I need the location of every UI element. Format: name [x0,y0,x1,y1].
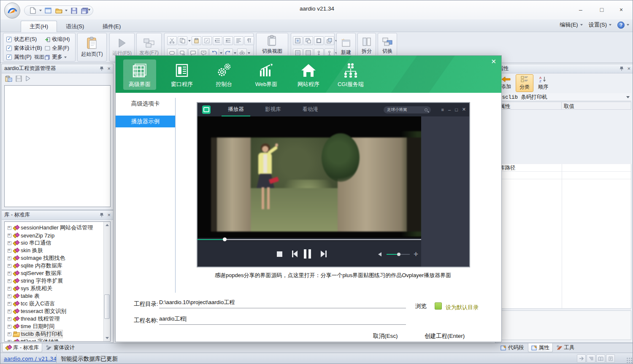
layout-icon[interactable] [303,36,313,45]
maximize-button[interactable]: □ [595,5,608,15]
control-icon[interactable] [293,36,303,45]
pause-icon[interactable] [304,249,313,259]
scrollbar-thumb[interactable] [104,294,110,319]
list-item[interactable]: sqlite 内存数据库 [5,262,110,270]
list-item[interactable]: sevenZip 7zip [5,232,110,239]
expander-plus-icon[interactable] [8,325,11,329]
tab-properties[interactable]: 属性 [528,343,553,352]
list-item[interactable]: sio 串口通信 [5,239,110,247]
tab-tools[interactable]: 工具 [554,343,578,352]
tab-plugins[interactable]: 插件(E) [94,21,129,32]
menu-edit[interactable]: 编辑(E) [560,21,582,29]
list-item[interactable]: sqlServer 数据库 [5,270,110,277]
document-icon[interactable] [606,354,615,363]
resize-grip[interactable] [627,358,633,364]
classify-button[interactable]: 分类 [516,74,533,92]
pin-icon[interactable] [100,66,104,71]
paste-icon[interactable] [192,36,201,45]
minimize-button[interactable]: – [574,5,587,15]
form-design-checkbox[interactable]: 窗体设计(B) [6,44,42,53]
fullscreen-button[interactable]: 全屏(F) [45,44,70,53]
start-page-button[interactable]: 起始页(T) [77,33,107,62]
type-window-app[interactable]: 窗口程序 [165,59,198,90]
seek-bar[interactable] [197,238,421,241]
list-item[interactable]: tesseract 图文识别 [5,307,110,315]
previous-icon[interactable] [293,251,298,257]
volume-icon[interactable] [378,252,381,256]
expander-plus-icon[interactable] [8,340,11,342]
outline-icon[interactable] [587,354,595,363]
tab-home[interactable]: 主页(H) [21,21,57,32]
expander-plus-icon[interactable] [8,310,11,313]
cancel-button[interactable]: 取消(Esc) [373,332,398,340]
project-tree-empty[interactable] [4,85,111,207]
panel-close-icon[interactable]: × [107,65,111,72]
cut-icon[interactable] [167,36,177,45]
vertical-scrollbar[interactable] [103,222,110,341]
list-item[interactable]: ttf2eot 字体转换 [5,338,110,342]
player-close-icon[interactable]: ✕ [462,107,466,112]
statusbar-checkbox[interactable]: 状态栏(S) [6,35,42,44]
player-tab-player[interactable]: 播放器 [217,103,254,116]
player-tab-library[interactable]: 影视库 [254,103,292,116]
expander-plus-icon[interactable] [8,264,11,268]
import-icon[interactable] [5,75,12,82]
list-item[interactable]: sessionHandler 网站会话管理 [5,224,110,232]
list-item[interactable]: soImage 找图找色 [5,254,110,262]
expander-plus-icon[interactable] [8,256,11,260]
invisibles-icon[interactable] [244,36,254,45]
set-default-checkbox[interactable] [435,302,442,310]
volume-thumb[interactable] [397,253,400,256]
aardio-site-link[interactable]: aardio.com / v21.34 [4,356,57,362]
expander-plus-icon[interactable] [8,287,11,291]
expander-plus-icon[interactable] [8,317,11,321]
type-cgi-server[interactable]: CGI服务端 [334,59,367,90]
order-button[interactable]: AZ 顺序 [534,74,552,92]
type-website-app[interactable]: 网站程序 [292,59,325,90]
next-icon[interactable] [321,251,325,257]
scroll-down-icon[interactable] [105,336,109,340]
tab-syntax[interactable]: 语法(S) [57,21,92,32]
stop-icon[interactable] [277,251,282,257]
panel-close-icon[interactable]: × [107,212,111,218]
player-search-box[interactable]: 足球小将翼 [384,106,431,113]
scroll-up-icon[interactable] [105,223,109,227]
list-item[interactable]: thread 线程管理 [5,315,110,323]
player-minimize-icon[interactable]: – [448,107,451,112]
project-dir-input[interactable]: D:\aardio.10\project\aardio工程 [159,299,406,308]
align-icon[interactable] [234,36,243,45]
expander-plus-icon[interactable] [8,302,11,306]
pin-icon[interactable] [100,213,104,218]
tab-form-designer[interactable]: 窗体设计 [43,343,78,352]
expander-plus-icon[interactable] [8,332,11,336]
property-row[interactable]: 库路径 [498,164,631,172]
list-item[interactable]: time 日期时间 [5,323,110,330]
tab-snippets[interactable]: 代码段 [498,343,527,352]
run-icon[interactable] [25,75,30,81]
type-console[interactable]: 控制台 [208,59,241,90]
close-button[interactable]: × [615,5,628,15]
column-header-value[interactable]: 取值 [562,102,576,109]
indent-icon[interactable] [213,36,222,45]
fullscreen-icon[interactable]: ✛ [414,251,419,257]
goto-icon[interactable] [577,354,586,363]
tab-library[interactable]: 库 - 标准库 [2,343,42,352]
seek-thumb[interactable] [223,237,227,241]
type-web-ui[interactable]: Web界面 [250,59,283,90]
format-icon[interactable] [202,36,212,45]
expander-plus-icon[interactable] [8,226,11,230]
outdent-icon[interactable] [223,36,233,45]
menu-settings[interactable]: 设置(S) [589,21,611,29]
create-project-button[interactable]: 创建工程(Enter) [425,332,465,340]
help-button[interactable]: ? [617,22,629,29]
library-selector-dropdown[interactable]: tsclib 条码打印机 [497,93,631,101]
type-advanced-ui[interactable]: 高级界面 [123,59,156,90]
example-caption[interactable]: 感谢popdes分享的界面源码，点这里打开：分享一个plus界面贴图练习的作品O… [179,272,487,279]
next-icon[interactable] [325,251,327,257]
list-item[interactable]: tcc 嵌入C语言 [5,300,110,307]
project-name-input[interactable]: aardio工程 [159,315,406,325]
expander-plus-icon[interactable] [8,272,11,275]
browse-button[interactable]: 浏览 [415,302,427,310]
collapse-button[interactable]: 收缩(H) [45,35,70,44]
book-icon[interactable] [596,354,605,363]
